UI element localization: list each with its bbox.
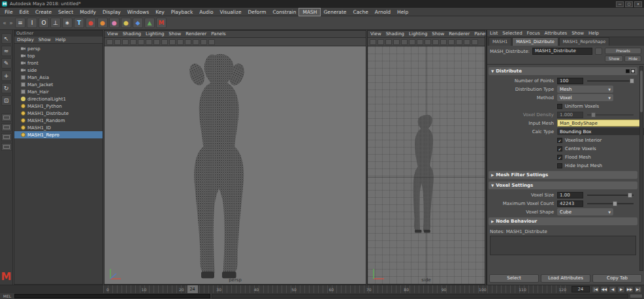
wireframe-icon[interactable] <box>417 39 423 45</box>
flood-mesh-checkbox[interactable] <box>557 155 562 160</box>
snap-curve-icon[interactable] <box>378 39 384 45</box>
use-all-lights-icon[interactable] <box>440 39 447 45</box>
voxel-density-field[interactable]: 1.000 <box>557 112 583 118</box>
viewport-menu-item[interactable]: Show <box>169 31 181 37</box>
max-voxel-count-field[interactable]: 42243 <box>557 200 583 207</box>
layout-persp-outliner-icon[interactable] <box>1 133 12 141</box>
close-button[interactable]: ✕ <box>634 1 642 7</box>
circle-curve-icon[interactable]: O <box>39 18 49 28</box>
centre-voxels-checkbox[interactable] <box>557 146 562 151</box>
snap-curve-icon[interactable] <box>114 39 121 45</box>
method-dropdown[interactable]: Voxel ▼ <box>557 94 613 101</box>
menu-item[interactable]: Modify <box>76 8 99 16</box>
menu-item[interactable]: Create <box>32 8 55 16</box>
menu-item[interactable]: Constrain <box>269 8 299 16</box>
scale-tool-icon[interactable]: ⊡ <box>1 95 12 106</box>
menu-item[interactable]: Playback <box>168 8 196 16</box>
attribute-editor-menu-item[interactable]: Show <box>572 31 584 36</box>
outliner-item[interactable]: MASH1_Random <box>14 117 103 124</box>
motion-blur-icon[interactable] <box>201 39 207 45</box>
number-of-points-field[interactable]: 100 <box>557 78 583 84</box>
menu-item[interactable]: Visualize <box>217 8 245 16</box>
viewport-menu-item[interactable]: Renderer <box>449 31 470 37</box>
outliner-item[interactable]: persp <box>14 45 103 52</box>
outliner-item[interactable]: Man_Hair <box>14 88 103 95</box>
outliner-item[interactable]: directionalLight1 <box>14 95 103 102</box>
menu-item[interactable]: File <box>1 8 16 16</box>
outliner-menu-item[interactable]: Show <box>39 37 51 42</box>
voxelise-interior-checkbox[interactable] <box>557 138 562 143</box>
menu-item[interactable]: Display <box>99 8 124 16</box>
shaded-icon[interactable] <box>161 39 168 45</box>
camera-lock-icon[interactable] <box>138 39 144 45</box>
attribute-editor-button[interactable]: Copy Tab <box>592 274 642 283</box>
attribute-editor-menu-item[interactable]: Selected <box>502 31 522 36</box>
snap-point-icon[interactable] <box>122 39 129 45</box>
side-canvas[interactable]: side <box>368 46 485 284</box>
voxel-shape-dropdown[interactable]: Cube ▼ <box>557 208 613 215</box>
attribute-editor-menu-item[interactable]: Attributes <box>545 31 568 36</box>
mash-network-red-icon[interactable]: ● <box>86 18 96 28</box>
outliner-menu-item[interactable]: Display <box>17 37 34 42</box>
section-node-behaviour[interactable]: ▶ Node Behaviour <box>489 217 637 225</box>
move-tool-icon[interactable]: + <box>1 71 12 81</box>
viewport-menu-item[interactable]: Shading <box>123 31 141 37</box>
textured-icon[interactable] <box>432 39 439 45</box>
isolate-select-icon[interactable] <box>409 39 415 45</box>
menu-item[interactable]: Generate <box>320 8 349 16</box>
timeline-ruler[interactable]: 0102030405060708090100110120 24 <box>103 285 570 293</box>
layout-four-pane-icon[interactable] <box>1 123 12 131</box>
attribute-editor-menu-item[interactable]: Help <box>588 31 599 36</box>
textured-icon[interactable] <box>169 39 176 45</box>
voxel-size-slider[interactable] <box>587 192 634 198</box>
shelf-scroll-right-icon[interactable]: » <box>8 18 14 28</box>
viewport-menu-item[interactable]: View <box>370 31 381 37</box>
shelf-scroll-left-icon[interactable]: « <box>2 18 7 28</box>
command-line-mode-label[interactable]: MEL <box>0 294 14 298</box>
hide-input-mesh-checkbox[interactable] <box>557 163 562 168</box>
mash-blue-node-icon[interactable]: ◆ <box>133 18 143 28</box>
outliner-item[interactable]: MASH1_Python <box>14 102 103 110</box>
pivot-tool-icon[interactable]: ⊥ <box>50 18 61 28</box>
menu-item[interactable]: Edit <box>16 8 33 16</box>
curves-shelf-icon[interactable]: ≡ <box>15 18 25 28</box>
attribute-editor-button[interactable]: Load Attributes <box>541 274 590 283</box>
mash-network-pink-icon[interactable]: ● <box>109 18 120 28</box>
outliner-item[interactable]: Man_Jacket <box>14 81 103 88</box>
section-voxel-settings[interactable]: ▼ Voxel Settings <box>489 181 637 189</box>
layout-single-pane-icon[interactable] <box>1 114 12 121</box>
use-all-lights-icon[interactable] <box>177 39 184 45</box>
menu-item[interactable]: Select <box>55 8 76 16</box>
show-button[interactable]: Show <box>605 55 623 62</box>
scrollbar-thumb[interactable] <box>640 71 643 112</box>
paint-select-tool-icon[interactable]: ✎ <box>1 58 12 69</box>
perspective-canvas[interactable]: persp <box>105 46 366 284</box>
hide-button[interactable]: Hide <box>624 55 641 62</box>
mash-network-yellow-icon[interactable]: ● <box>121 18 131 28</box>
isolate-select-icon[interactable] <box>146 39 152 45</box>
node-tab[interactable]: MASH1 <box>489 37 511 46</box>
make-live-icon[interactable] <box>130 39 137 45</box>
snap-grid-icon[interactable] <box>370 39 376 45</box>
input-mesh-field[interactable]: Man_BodyShape <box>557 119 641 127</box>
outliner-menu-item[interactable]: Help <box>56 37 66 42</box>
motion-blur-icon[interactable] <box>464 39 470 45</box>
viewport-menu-item[interactable]: Lighting <box>146 31 164 37</box>
focus-icon[interactable] <box>595 48 603 55</box>
camera-lock-icon[interactable] <box>401 39 408 45</box>
viewport-menu-item[interactable]: Panels <box>211 31 226 37</box>
distribution-type-dropdown[interactable]: Mesh ▼ <box>557 86 613 93</box>
exposure-icon[interactable] <box>472 39 478 45</box>
section-distribute[interactable]: ▼ Distribute <box>489 67 637 75</box>
max-voxel-count-slider[interactable] <box>587 200 634 207</box>
maximize-button[interactable]: ▢ <box>625 1 633 7</box>
viewport-menu-item[interactable]: View <box>107 31 118 37</box>
viewport-menu-item[interactable]: Lighting <box>409 31 427 37</box>
playback-button[interactable]: ▶ <box>617 286 625 293</box>
attribute-editor-menu-item[interactable]: Focus <box>527 31 540 36</box>
outliner-item[interactable]: MASH1_Distribute <box>14 110 103 117</box>
exposure-icon[interactable] <box>208 39 215 45</box>
screen-ao-icon[interactable] <box>193 39 199 45</box>
minimize-button[interactable]: — <box>616 1 624 7</box>
node-name-field[interactable]: MASH1_Distribute <box>532 48 592 55</box>
